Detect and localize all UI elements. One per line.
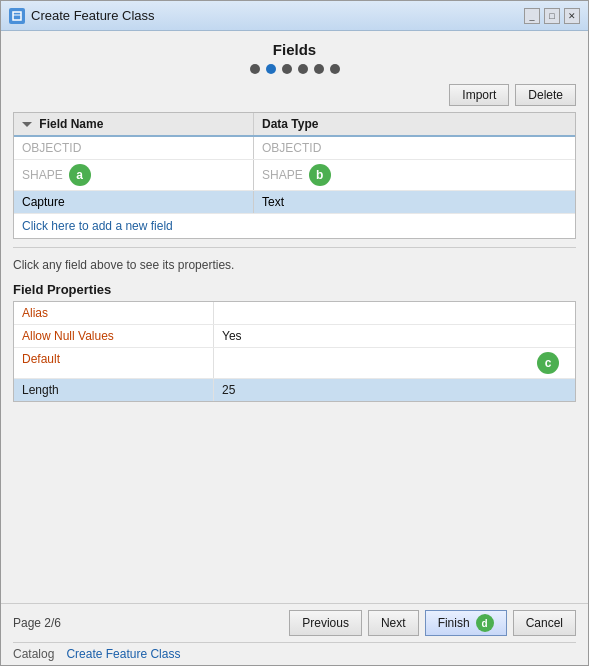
field-properties-title: Field Properties — [13, 282, 576, 297]
field-properties-table: Alias Allow Null Values Yes Default c — [13, 301, 576, 402]
table-row[interactable]: SHAPE a SHAPE b — [14, 160, 575, 191]
cancel-button[interactable]: Cancel — [513, 610, 576, 636]
main-window: Create Feature Class _ □ ✕ Fields Import… — [0, 0, 589, 666]
divider — [13, 247, 576, 248]
fp-label-length: Length — [14, 379, 214, 401]
delete-button[interactable]: Delete — [515, 84, 576, 106]
window-title: Create Feature Class — [31, 8, 524, 23]
import-button[interactable]: Import — [449, 84, 509, 106]
fp-value-length[interactable]: 25 — [214, 379, 575, 401]
fields-table: Field Name Data Type OBJECTID OBJECTID S… — [13, 112, 576, 239]
previous-button[interactable]: Previous — [289, 610, 362, 636]
toolbar: Import Delete — [13, 84, 576, 106]
fp-row-default[interactable]: Default c — [14, 348, 575, 379]
annotation-d: d — [476, 614, 494, 632]
fields-table-header: Field Name Data Type — [14, 113, 575, 137]
field-type-cell: SHAPE b — [254, 160, 575, 190]
annotation-a: a — [69, 164, 91, 186]
field-name-cell: Capture — [14, 191, 254, 213]
annotation-b: b — [309, 164, 331, 186]
page-info-row: Page 2/6 Previous Next Finish d Cancel — [13, 610, 576, 636]
fp-row-null[interactable]: Allow Null Values Yes — [14, 325, 575, 348]
field-type-cell: OBJECTID — [254, 137, 575, 159]
fp-value-null[interactable]: Yes — [214, 325, 575, 347]
create-feature-class-link[interactable]: Create Feature Class — [66, 647, 180, 661]
app-icon — [9, 8, 25, 24]
fp-label-default: Default — [14, 348, 214, 378]
step-dot-4[interactable] — [298, 64, 308, 74]
fp-row-alias[interactable]: Alias — [14, 302, 575, 325]
restore-button[interactable]: □ — [544, 8, 560, 24]
title-bar: Create Feature Class _ □ ✕ — [1, 1, 588, 31]
catalog-link[interactable]: Catalog — [13, 647, 54, 661]
field-type-cell: Text — [254, 191, 575, 213]
page-info: Page 2/6 — [13, 616, 289, 630]
step-dot-2[interactable] — [266, 64, 276, 74]
page-title: Fields — [13, 41, 576, 58]
fp-value-alias[interactable] — [214, 302, 575, 324]
svg-rect-0 — [13, 12, 21, 20]
data-type-header: Data Type — [254, 113, 575, 135]
table-row[interactable]: Capture Text — [14, 191, 575, 214]
close-button[interactable]: ✕ — [564, 8, 580, 24]
sort-icon — [22, 122, 32, 127]
fp-row-length[interactable]: Length 25 — [14, 379, 575, 401]
finish-button[interactable]: Finish d — [425, 610, 507, 636]
step-indicator — [13, 64, 576, 74]
click-hint: Click any field above to see its propert… — [13, 258, 576, 272]
dialog-content: Fields Import Delete Field Name Data Typ… — [1, 31, 588, 603]
field-properties-section: Field Properties Alias Allow Null Values… — [13, 282, 576, 593]
field-name-cell: OBJECTID — [14, 137, 254, 159]
annotation-c: c — [537, 352, 559, 374]
bottom-bar: Page 2/6 Previous Next Finish d Cancel C… — [1, 603, 588, 665]
field-name-header: Field Name — [14, 113, 254, 135]
next-button[interactable]: Next — [368, 610, 419, 636]
field-name-cell: SHAPE a — [14, 160, 254, 190]
step-dot-5[interactable] — [314, 64, 324, 74]
step-dot-6[interactable] — [330, 64, 340, 74]
fp-label-alias: Alias — [14, 302, 214, 324]
nav-buttons: Previous Next Finish d Cancel — [289, 610, 576, 636]
window-controls: _ □ ✕ — [524, 8, 580, 24]
fp-label-null: Allow Null Values — [14, 325, 214, 347]
step-dot-1[interactable] — [250, 64, 260, 74]
minimize-button[interactable]: _ — [524, 8, 540, 24]
table-row[interactable]: OBJECTID OBJECTID — [14, 137, 575, 160]
step-dot-3[interactable] — [282, 64, 292, 74]
status-bar: Catalog Create Feature Class — [13, 642, 576, 665]
fp-value-default: c — [214, 348, 575, 378]
add-field-row[interactable]: Click here to add a new field — [14, 214, 575, 238]
